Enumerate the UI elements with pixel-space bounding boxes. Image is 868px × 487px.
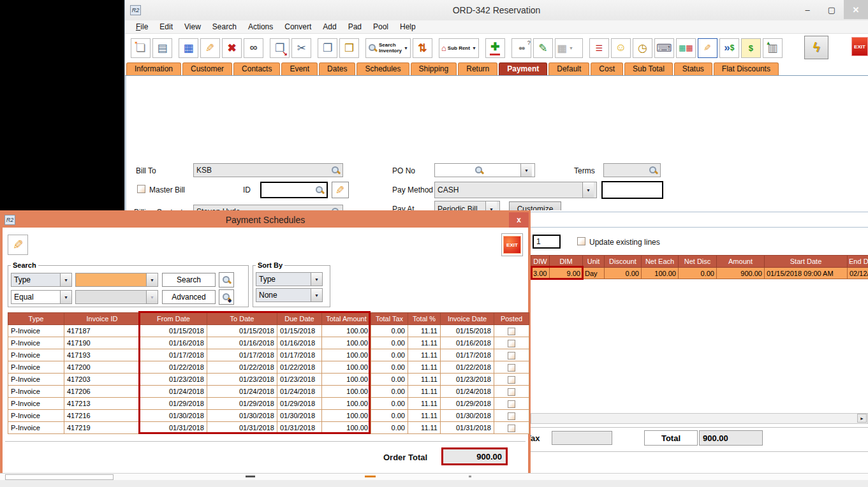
print-icon[interactable]: ▤: [152, 38, 172, 58]
scroll-right-icon[interactable]: ►: [857, 414, 867, 423]
menu-item-help[interactable]: Help: [394, 21, 422, 33]
tab-flat-discounts[interactable]: Flat Discounts: [714, 62, 779, 75]
add-line-icon[interactable]: ✚: [485, 38, 505, 58]
menu-item-search[interactable]: Search: [207, 21, 242, 33]
posted-checkbox[interactable]: [508, 340, 515, 347]
menu-item-pad[interactable]: Pad: [342, 21, 367, 33]
grid-column-header[interactable]: Unit: [583, 256, 605, 268]
search-icon[interactable]: [315, 185, 324, 194]
chevron-down-icon[interactable]: ▼: [60, 291, 71, 303]
sort-field-selector[interactable]: Type▼: [256, 272, 323, 286]
chevron-down-icon[interactable]: ▼: [404, 46, 408, 50]
calendar-icon[interactable]: ▦▼: [555, 38, 583, 58]
smiley-icon[interactable]: ☺: [611, 38, 631, 58]
tab-cost[interactable]: Cost: [591, 62, 623, 75]
tab-dates[interactable]: Dates: [319, 62, 355, 75]
maximize-button[interactable]: ▢: [820, 0, 844, 19]
search-inventory-button[interactable]: Search Inventory ▼: [365, 38, 411, 58]
dialog-close-button[interactable]: x: [509, 212, 529, 228]
edit-form-icon[interactable]: ✎: [698, 38, 717, 58]
minimize-button[interactable]: –: [795, 0, 820, 19]
posted-checkbox[interactable]: [508, 376, 515, 384]
tab-contacts[interactable]: Contacts: [233, 62, 280, 75]
copy-icon[interactable]: ❐: [318, 38, 337, 58]
tax-field[interactable]: [552, 431, 612, 445]
memo-icon[interactable]: ✎: [533, 38, 553, 58]
sort-items-icon[interactable]: ⇅: [413, 38, 432, 58]
master-bill-checkbox[interactable]: [137, 185, 145, 193]
tab-information[interactable]: Information: [126, 62, 181, 75]
quick-lightning-button[interactable]: ϟ: [804, 36, 828, 59]
column-header[interactable]: Invoice ID: [64, 313, 140, 325]
terms-field[interactable]: [603, 163, 661, 177]
paste-icon[interactable]: ❒: [339, 38, 359, 58]
chevron-down-icon[interactable]: ▼: [520, 164, 532, 177]
chevron-down-icon[interactable]: ▼: [311, 289, 322, 302]
menu-item-view[interactable]: View: [179, 21, 207, 33]
grid-column-header[interactable]: Start Date: [765, 256, 848, 268]
column-header[interactable]: Invoice Date: [441, 313, 494, 325]
horizontal-scrollbar[interactable]: ►: [531, 413, 868, 424]
tab-customer[interactable]: Customer: [182, 62, 232, 75]
search-button[interactable]: Search: [162, 273, 216, 287]
search-operator-selector[interactable]: Equal▼: [11, 290, 72, 304]
chevron-down-icon[interactable]: ▼: [472, 46, 476, 50]
chevron-down-icon[interactable]: ▼: [146, 273, 158, 286]
advanced-magnifier-button[interactable]: ◆: [219, 289, 234, 305]
tab-sub-total[interactable]: Sub Total: [624, 62, 673, 75]
grid-column-header[interactable]: Discount: [605, 256, 642, 268]
id-field[interactable]: [260, 182, 328, 198]
dialog-exit-button[interactable]: EXIT: [501, 233, 523, 256]
bill-to-field[interactable]: KSB: [193, 163, 343, 177]
pay-method-extra-field[interactable]: [601, 181, 663, 199]
cubes-icon[interactable]: ▦▦: [676, 38, 696, 58]
column-header[interactable]: Total %: [408, 313, 441, 325]
grid-column-header[interactable]: End Date: [848, 256, 868, 268]
search-field-selector[interactable]: Type▼: [11, 273, 72, 287]
posted-checkbox[interactable]: [508, 352, 515, 360]
grid-column-header[interactable]: Net Each: [642, 256, 679, 268]
posted-checkbox[interactable]: [508, 364, 515, 372]
new-document-icon[interactable]: ❏✶: [131, 38, 151, 58]
paste-special-icon[interactable]: ❐↘: [270, 38, 290, 58]
update-existing-checkbox[interactable]: [577, 237, 585, 245]
tab-event[interactable]: Event: [281, 62, 318, 75]
line-count-field[interactable]: 1: [533, 235, 561, 249]
cut-icon[interactable]: ✂: [291, 38, 311, 58]
menu-item-add[interactable]: Add: [317, 21, 342, 33]
menu-item-file[interactable]: File: [130, 21, 154, 33]
tab-default[interactable]: Default: [548, 62, 589, 75]
pay-method-combo[interactable]: CASH▼: [434, 182, 597, 198]
close-button[interactable]: ✕: [844, 0, 868, 19]
menu-item-pool[interactable]: Pool: [367, 21, 394, 33]
menu-item-convert[interactable]: Convert: [279, 21, 317, 33]
chevron-down-icon[interactable]: ▼: [311, 273, 322, 286]
chevron-down-icon[interactable]: ▼: [60, 273, 71, 286]
chevron-down-icon[interactable]: ▼: [582, 182, 594, 198]
dialog-edit-button[interactable]: ✎: [8, 235, 28, 255]
dialog-titlebar[interactable]: R2 Payment Schedules: [2, 212, 529, 228]
delivery-truck-icon[interactable]: ▥▲: [763, 38, 783, 58]
posted-checkbox[interactable]: [508, 388, 515, 396]
sort-direction-selector[interactable]: None▼: [256, 288, 323, 302]
items-question-icon[interactable]: ●●?: [511, 38, 531, 58]
search-icon[interactable]: [474, 166, 483, 175]
search-value-input[interactable]: ▼: [75, 273, 158, 287]
menu-item-edit[interactable]: Edit: [154, 21, 179, 33]
dollar-arrows-icon[interactable]: »$: [719, 38, 739, 58]
posted-checkbox[interactable]: [508, 328, 515, 335]
send-keyboard-icon[interactable]: ⌨: [654, 38, 674, 58]
tab-shipping[interactable]: Shipping: [411, 62, 457, 75]
invoice-dollar-icon[interactable]: $: [741, 38, 761, 58]
chevron-down-icon[interactable]: ▼: [569, 46, 573, 50]
column-header[interactable]: Total Tax: [371, 313, 408, 325]
search-icon[interactable]: [649, 166, 658, 175]
tab-return[interactable]: Return: [458, 62, 497, 75]
edit-pencil-icon[interactable]: ✎: [200, 38, 220, 58]
posted-checkbox[interactable]: [508, 425, 515, 432]
sub-rent-button[interactable]: ⌂ Sub Rent ▼: [439, 38, 479, 58]
po-no-field[interactable]: ▼: [434, 163, 535, 177]
toolbar-exit-button[interactable]: EXIT: [851, 37, 868, 56]
posted-checkbox[interactable]: [508, 400, 515, 408]
tab-payment[interactable]: Payment: [499, 62, 547, 75]
